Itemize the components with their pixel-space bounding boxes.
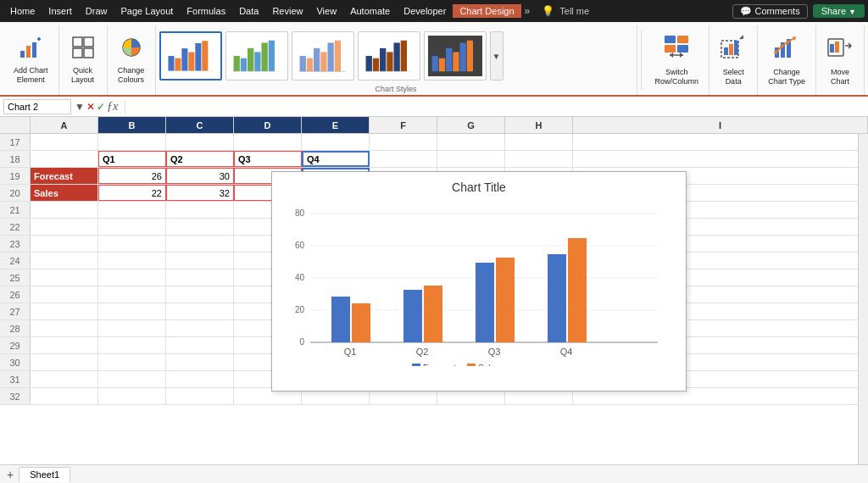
cell-g18[interactable] [437,151,505,167]
cell-a18[interactable] [31,151,98,167]
select-data-group: SelectData [709,25,758,95]
cell-g17[interactable] [437,134,505,150]
formula-bar: Chart 2 ▼ ✕ ✓ ƒx [0,97,868,117]
switch-row-col-button[interactable]: SwitchRow/Column [650,31,704,90]
move-chart-group: MoveChart [816,25,865,95]
comments-button[interactable]: 💬 Comments [732,4,807,19]
menu-view[interactable]: View [309,4,343,18]
cell-c17[interactable] [166,134,234,150]
change-chart-type-label: ChangeChart Type [768,68,805,86]
menu-developer[interactable]: Developer [397,4,453,18]
move-chart-button[interactable]: MoveChart [821,31,859,90]
chart-container[interactable]: Chart Title 80 60 40 20 0 [271,171,687,391]
bar-chart-svg: 80 60 40 20 0 [281,201,670,366]
switch-row-col-icon [663,34,690,66]
cell-i17[interactable] [573,134,868,150]
col-header-h[interactable]: H [505,117,573,133]
cell-b19[interactable]: 26 [98,168,166,184]
bar-sales-q2 [424,286,442,342]
menu-draw[interactable]: Draw [79,4,114,18]
svg-point-56 [774,51,777,54]
x-label-q1: Q1 [344,347,357,357]
col-header-e[interactable]: E [302,117,370,133]
col-header-f[interactable]: F [370,117,437,133]
more-tabs-icon[interactable]: » [521,5,534,17]
chart-style-2[interactable] [225,31,288,80]
row-num-19: 19 [0,168,31,184]
cell-h18[interactable] [505,151,573,167]
col-header-a[interactable]: A [31,117,98,133]
change-colours-group: ChangeColours [108,25,156,95]
name-box[interactable]: Chart 2 [3,99,71,114]
rows-area: 17 18 Q1 Q2 Q3 Q4 19 Forecas [0,134,868,464]
svg-text:60: 60 [295,241,305,250]
cell-d18[interactable]: Q3 [234,151,302,167]
menu-formulas[interactable]: Formulas [180,4,232,18]
vertical-scrollbar[interactable] [858,134,868,464]
col-header-c[interactable]: C [166,117,234,133]
cell-d17[interactable] [234,134,302,150]
cell-a19-forecast[interactable]: Forecast [31,168,98,184]
svg-rect-20 [254,52,260,71]
cell-e17[interactable] [302,134,370,150]
menu-automate[interactable]: Automate [343,4,397,18]
cell-b20[interactable]: 22 [98,185,166,201]
svg-point-58 [786,41,789,44]
col-header-d[interactable]: D [234,117,302,133]
cell-f17[interactable] [370,134,437,150]
menu-page-layout[interactable]: Page Layout [114,4,181,18]
add-chart-element-icon [19,36,42,64]
svg-rect-33 [380,48,386,71]
menu-chart-design[interactable]: Chart Design [453,4,520,18]
cell-c19[interactable]: 30 [166,168,234,184]
svg-rect-14 [195,43,201,71]
cell-c18[interactable]: Q2 [166,151,234,167]
col-header-i[interactable]: I [573,117,868,133]
add-sheet-button[interactable]: + [3,468,17,481]
cancel-formula-icon[interactable]: ✕ [86,101,95,113]
cell-b17[interactable] [98,134,166,150]
cell-h17[interactable] [505,134,573,150]
menu-bar: Home Insert Draw Page Layout Formulas Da… [0,0,868,22]
move-chart-icon [826,34,854,66]
cell-f18[interactable] [370,151,437,167]
svg-rect-26 [314,48,320,71]
x-label-q4: Q4 [560,347,573,357]
menu-home[interactable]: Home [3,4,42,18]
sheet1-tab[interactable]: Sheet1 [19,467,70,482]
select-data-button[interactable]: SelectData [715,31,752,90]
chart-styles-next-button[interactable]: ▼ [490,31,504,80]
change-colours-button[interactable]: ChangeColours [113,32,150,88]
svg-rect-10 [168,56,174,71]
svg-rect-15 [202,41,208,70]
cell-a17[interactable] [31,134,98,150]
menu-review[interactable]: Review [265,4,309,18]
share-button[interactable]: Share ▼ [813,4,865,18]
cell-a20-sales[interactable]: Sales [31,185,98,201]
chart-style-5[interactable] [424,31,487,80]
cell-b18[interactable]: Q1 [98,151,166,167]
col-header-b[interactable]: B [98,117,166,133]
formula-bar-btns: ▼ ✕ ✓ ƒx [75,100,118,114]
chart-style-3[interactable] [292,31,354,80]
col-header-g[interactable]: G [437,117,505,133]
svg-text:80: 80 [295,208,305,218]
expand-name-box-icon[interactable]: ▼ [75,101,85,113]
svg-rect-19 [248,48,253,71]
cell-e18[interactable]: Q4 [302,151,370,167]
add-chart-element-button[interactable]: Add ChartElement [8,32,53,88]
row-num-20: 20 [0,185,31,201]
chart-style-1[interactable] [159,31,222,80]
menu-data[interactable]: Data [232,4,265,18]
insert-function-icon[interactable]: ƒx [107,100,118,114]
cell-c20[interactable]: 32 [166,185,234,201]
confirm-formula-icon[interactable]: ✓ [97,101,105,113]
chart-style-4[interactable] [358,31,420,80]
tell-me-label[interactable]: Tell me [559,6,589,16]
cell-i18[interactable] [573,151,868,167]
quick-layout-button[interactable]: QuickLayout [64,32,102,88]
svg-text:20: 20 [295,305,305,314]
change-chart-type-button[interactable]: ChangeChart Type [763,31,810,90]
menu-insert[interactable]: Insert [42,4,79,18]
formula-input[interactable] [132,102,865,112]
